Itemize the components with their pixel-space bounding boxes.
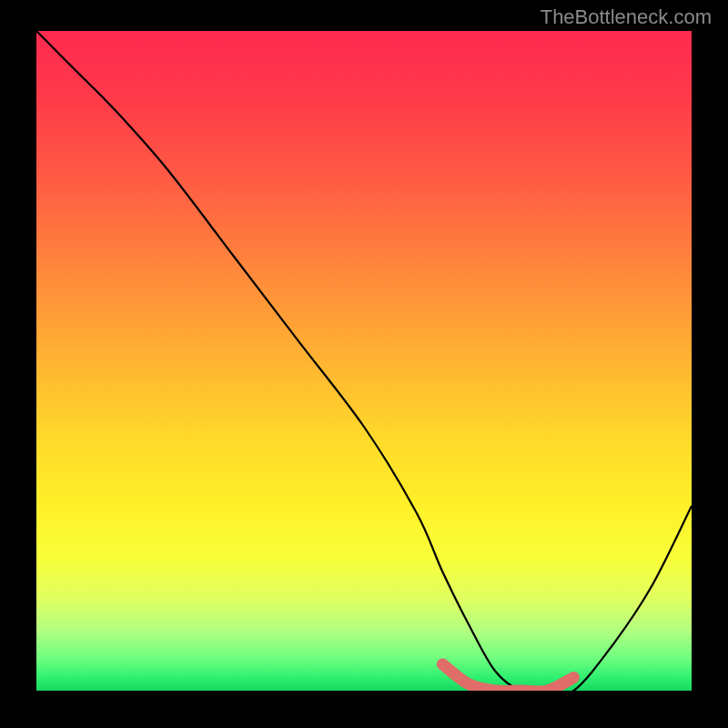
- chart-svg: [36, 31, 692, 691]
- minimum-highlight-path: [442, 664, 573, 691]
- bottleneck-curve-path: [36, 31, 692, 691]
- attribution-text: TheBottleneck.com: [541, 5, 712, 29]
- chart-plot-area: [36, 31, 692, 691]
